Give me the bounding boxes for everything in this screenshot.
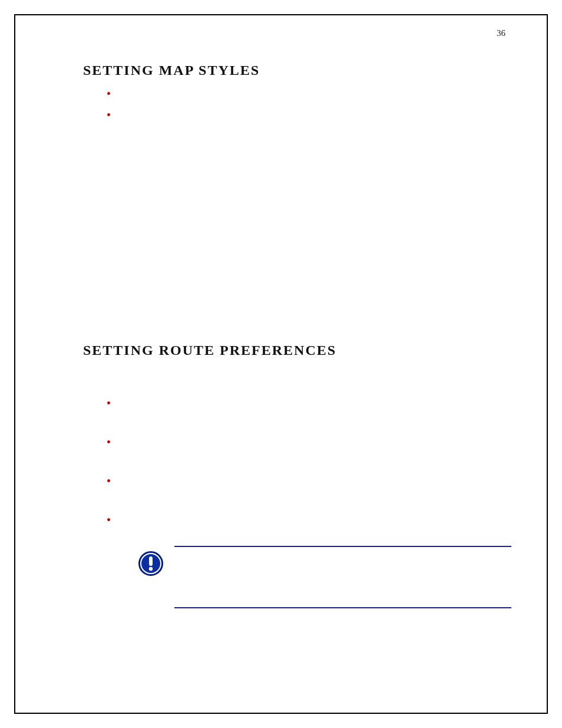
- spacer: [83, 130, 505, 342]
- route-prefs-item: [107, 397, 505, 427]
- route-prefs-item: [107, 514, 505, 543]
- map-styles-item: [107, 109, 505, 124]
- svg-point-3: [149, 567, 153, 571]
- map-styles-item: [107, 88, 505, 103]
- heading-route-preferences: SETTING ROUTE PREFERENCES: [83, 342, 505, 358]
- callout-block: [127, 546, 511, 608]
- route-prefs-item: [107, 475, 505, 505]
- route-prefs-item: [107, 436, 505, 466]
- content-area: SETTING MAP STYLES SETTING ROUTE PREFERE…: [83, 62, 505, 553]
- svg-rect-2: [149, 556, 153, 566]
- map-styles-list: [107, 88, 505, 124]
- route-prefs-list: [107, 397, 505, 543]
- page-body: 36 SETTING MAP STYLES SETTING ROUTE PREF…: [14, 14, 548, 714]
- heading-map-styles: SETTING MAP STYLES: [83, 62, 505, 78]
- document-page: 36 SETTING MAP STYLES SETTING ROUTE PREF…: [0, 0, 562, 728]
- notice-icon: [138, 551, 164, 577]
- callout-text: [174, 547, 511, 560]
- page-number: 36: [497, 28, 505, 38]
- spacer: [83, 368, 505, 397]
- callout-rule-bottom: [174, 607, 511, 608]
